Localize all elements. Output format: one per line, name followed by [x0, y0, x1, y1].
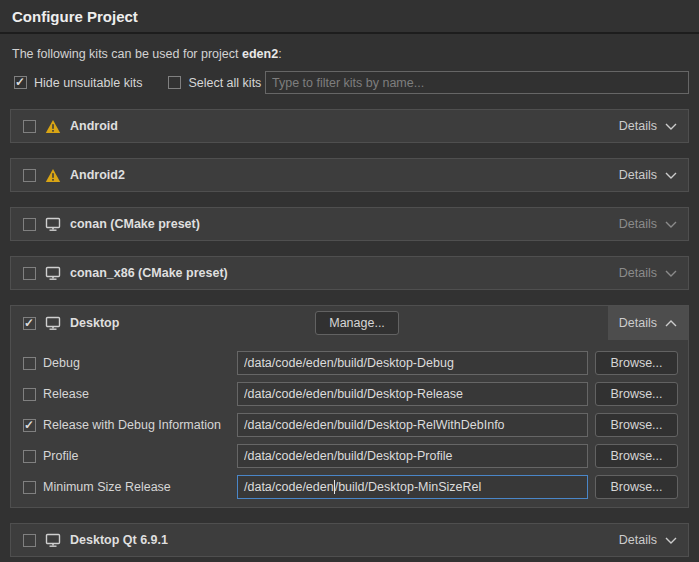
browse-button[interactable]: Browse... [595, 413, 678, 437]
kit-row-conan-x86: conan_x86 (CMake preset) Details [10, 256, 689, 290]
config-label: Debug [43, 356, 80, 370]
config-label-group: Release with Debug Information [23, 418, 237, 432]
config-label: Release with Debug Information [43, 418, 221, 432]
build-dir-input[interactable] [237, 413, 588, 437]
kit-name: Desktop Qt 6.9.1 [70, 533, 168, 547]
details-toggle[interactable]: Details [608, 524, 688, 556]
kit-checkbox[interactable] [23, 169, 36, 182]
project-name: eden2 [242, 47, 278, 61]
kit-name: Desktop [70, 316, 119, 330]
manage-kits-button[interactable]: Manage... [315, 311, 399, 335]
kit-row-desktop: Desktop Manage... Details [11, 306, 688, 340]
checkbox-checked-icon[interactable] [14, 76, 27, 89]
browse-button[interactable]: Browse... [595, 444, 678, 468]
config-row-release: Release Browse... [23, 382, 678, 406]
config-label: Release [43, 387, 89, 401]
header-divider [0, 32, 699, 34]
config-label-group: Minimum Size Release [23, 480, 237, 494]
warning-icon [45, 168, 61, 183]
kit-section-desktop: Desktop Manage... Details Debug Browse..… [10, 305, 689, 508]
chevron-down-icon [665, 270, 677, 277]
kit-checkbox[interactable] [23, 267, 36, 280]
checkbox-unchecked-icon[interactable] [168, 76, 181, 89]
kit-name: Android [70, 119, 118, 133]
details-toggle: Details [608, 257, 688, 289]
kit-checkbox[interactable] [23, 317, 36, 330]
config-label: Minimum Size Release [43, 480, 171, 494]
config-checkbox[interactable] [23, 357, 36, 370]
config-label-group: Debug [23, 356, 237, 370]
page-title: Configure Project [12, 8, 699, 26]
build-dir-input[interactable] [237, 444, 588, 468]
desktop-icon [45, 533, 61, 548]
kit-name: conan (CMake preset) [70, 217, 200, 231]
chevron-down-icon [665, 123, 677, 130]
details-label: Details [619, 533, 657, 547]
browse-button[interactable]: Browse... [595, 351, 678, 375]
kits-description-text: The following kits can be used for proje… [12, 47, 242, 61]
warning-icon [45, 119, 61, 134]
kit-checkbox[interactable] [23, 534, 36, 547]
config-label-group: Release [23, 387, 237, 401]
build-dir-input[interactable] [237, 351, 588, 375]
chevron-down-icon [665, 537, 677, 544]
config-label-group: Profile [23, 449, 237, 463]
configure-project-page: Configure Project The following kits can… [0, 8, 699, 562]
desktop-icon [45, 217, 61, 232]
browse-button[interactable]: Browse... [595, 382, 678, 406]
chevron-up-icon [665, 320, 677, 327]
details-toggle[interactable]: Details [608, 110, 688, 142]
kit-row-android2: Android2 Details [10, 158, 689, 192]
desktop-icon [45, 316, 61, 331]
details-label: Details [619, 266, 657, 280]
details-toggle: Details [608, 208, 688, 240]
desktop-build-configs: Debug Browse... Release Browse... Releas… [11, 340, 688, 507]
path-text-after-caret: /build/Desktop-MinSizeRel [335, 480, 482, 494]
path-text-before-caret: /data/code/eden [244, 480, 334, 494]
chevron-down-icon [665, 172, 677, 179]
config-label: Profile [43, 449, 78, 463]
select-all-kits-label: Select all kits [188, 76, 261, 90]
browse-button[interactable]: Browse... [595, 475, 678, 499]
details-label: Details [619, 168, 657, 182]
config-row-profile: Profile Browse... [23, 444, 678, 468]
details-label: Details [619, 217, 657, 231]
hide-unsuitable-kits-checkbox[interactable]: Hide unsuitable kits [14, 76, 142, 90]
details-label: Details [619, 119, 657, 133]
build-dir-input-focused[interactable]: /data/code/eden/build/Desktop-MinSizeRel [237, 475, 588, 499]
config-row-minsizerel: Minimum Size Release /data/code/eden/bui… [23, 475, 678, 499]
kit-row-android: Android Details [10, 109, 689, 143]
config-row-relwithdebinfo: Release with Debug Information Browse... [23, 413, 678, 437]
select-all-kits-checkbox[interactable]: Select all kits [168, 76, 261, 90]
kit-row-desktop-qt: Desktop Qt 6.9.1 Details [10, 523, 689, 557]
kit-checkbox[interactable] [23, 218, 36, 231]
kit-checkbox[interactable] [23, 120, 36, 133]
config-checkbox[interactable] [23, 450, 36, 463]
kits-description: The following kits can be used for proje… [12, 47, 699, 61]
config-row-debug: Debug Browse... [23, 351, 678, 375]
filter-row: Hide unsuitable kits Select all kits [14, 71, 689, 94]
config-checkbox[interactable] [23, 419, 36, 432]
details-label: Details [619, 316, 657, 330]
kit-row-conan: conan (CMake preset) Details [10, 207, 689, 241]
kits-description-colon: : [278, 47, 281, 61]
kit-name: conan_x86 (CMake preset) [70, 266, 228, 280]
hide-unsuitable-kits-label: Hide unsuitable kits [34, 76, 142, 90]
details-toggle[interactable]: Details [608, 159, 688, 191]
config-checkbox[interactable] [23, 388, 36, 401]
kit-name: Android2 [70, 168, 125, 182]
config-checkbox[interactable] [23, 481, 36, 494]
build-dir-input[interactable] [237, 382, 588, 406]
details-toggle[interactable]: Details [608, 306, 688, 340]
chevron-down-icon [665, 221, 677, 228]
desktop-icon [45, 266, 61, 281]
kit-filter-input[interactable] [265, 71, 689, 94]
